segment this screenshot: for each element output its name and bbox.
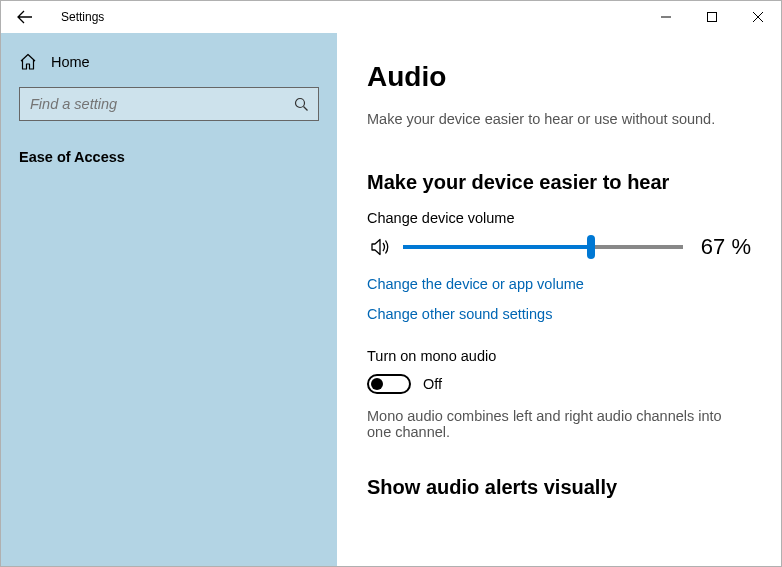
home-icon (19, 53, 37, 71)
back-button[interactable] (1, 1, 49, 33)
back-arrow-icon (17, 9, 33, 25)
section-easier-to-hear: Make your device easier to hear (367, 171, 751, 194)
volume-value: 67 % (701, 234, 751, 260)
link-device-app-volume[interactable]: Change the device or app volume (367, 276, 751, 292)
section-visual-alerts: Show audio alerts visually (367, 476, 751, 499)
sidebar-category: Ease of Access (19, 149, 319, 165)
minimize-icon (661, 12, 671, 22)
volume-row: 67 % (367, 234, 751, 260)
body: Home Ease of Access Audio Make your devi… (1, 33, 781, 566)
volume-slider-thumb[interactable] (587, 235, 595, 259)
home-nav[interactable]: Home (19, 53, 319, 71)
minimize-button[interactable] (643, 1, 689, 33)
search-icon-wrap (284, 87, 318, 121)
close-icon (753, 12, 763, 22)
page-description: Make your device easier to hear or use w… (367, 111, 751, 127)
search-input[interactable] (20, 96, 284, 112)
mono-toggle-row: Off (367, 374, 751, 394)
window-title: Settings (61, 10, 104, 24)
settings-window: Settings Home Ease (0, 0, 782, 567)
content-pane: Audio Make your device easier to hear or… (337, 33, 781, 566)
mono-audio-help: Mono audio combines left and right audio… (367, 408, 747, 440)
mono-audio-state: Off (423, 376, 442, 392)
toggle-knob (371, 378, 383, 390)
home-label: Home (51, 54, 90, 70)
page-title: Audio (367, 61, 751, 93)
maximize-button[interactable] (689, 1, 735, 33)
search-icon (294, 97, 309, 112)
svg-rect-1 (708, 13, 717, 22)
speaker-icon (371, 237, 393, 257)
titlebar: Settings (1, 1, 781, 33)
volume-slider-fill (403, 245, 591, 249)
sidebar: Home Ease of Access (1, 33, 337, 566)
volume-label: Change device volume (367, 210, 751, 226)
mono-audio-toggle[interactable] (367, 374, 411, 394)
search-box[interactable] (19, 87, 319, 121)
close-button[interactable] (735, 1, 781, 33)
window-controls (643, 1, 781, 33)
svg-line-3 (303, 106, 307, 110)
volume-slider[interactable] (403, 245, 683, 249)
link-other-sound-settings[interactable]: Change other sound settings (367, 306, 751, 322)
svg-point-2 (295, 98, 304, 107)
maximize-icon (707, 12, 717, 22)
mono-audio-label: Turn on mono audio (367, 348, 751, 364)
